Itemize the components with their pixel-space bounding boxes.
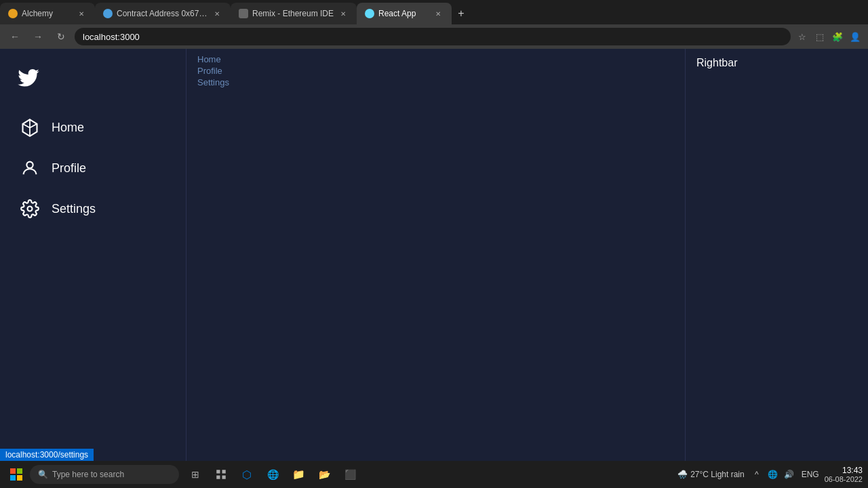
chevron-up-icon[interactable]: ^	[750, 468, 764, 481]
favicon-contract	[103, 9, 113, 18]
clock-time: 13:43	[825, 466, 863, 475]
svg-rect-9	[216, 476, 220, 479]
svg-rect-10	[222, 476, 226, 479]
taskbar-folder[interactable]: 📁	[288, 464, 309, 485]
sidebar-logo	[0, 60, 186, 108]
sidebar-item-home-label: Home	[52, 121, 84, 135]
tab-label-remix: Remix - Ethereum IDE	[252, 9, 334, 18]
tab-label-alchemy: Alchemy	[22, 9, 72, 18]
clock-date: 06-08-2022	[825, 475, 863, 483]
tab-bar: Alchemy ✕ Contract Address 0x670830A31..…	[0, 0, 868, 24]
network-icon[interactable]: 🌐	[766, 468, 780, 481]
address-bar: ← → ↻ localhost:3000 ☆ ⬚ 🧩 👤	[0, 24, 868, 49]
person-icon	[19, 157, 41, 179]
svg-point-1	[26, 162, 33, 168]
svg-rect-6	[17, 475, 22, 481]
tab-close-alchemy[interactable]: ✕	[76, 9, 87, 19]
status-bar: localhost:3000/settings	[0, 449, 94, 461]
svg-rect-7	[216, 470, 220, 473]
reload-button[interactable]: ↻	[52, 27, 71, 46]
sidebar-item-profile[interactable]: Profile	[8, 149, 178, 187]
status-url: localhost:3000/settings	[5, 450, 88, 460]
favicon-remix	[239, 9, 248, 18]
svg-point-2	[28, 207, 33, 211]
top-nav-settings[interactable]: Settings	[197, 77, 229, 87]
sidebar-item-profile-label: Profile	[52, 161, 86, 176]
language-indicator: ENG	[802, 470, 819, 479]
weather-text: 27°C Light rain	[690, 470, 745, 479]
search-icon: 🔍	[38, 470, 48, 479]
taskbar-search[interactable]: 🔍 Type here to search	[30, 465, 179, 484]
twitter-icon	[16, 65, 41, 95]
bookmark-icon[interactable]: ☆	[795, 29, 810, 44]
taskbar-vscode[interactable]: ⬡	[236, 464, 258, 485]
tab-contract[interactable]: Contract Address 0x670830A31... ✕	[95, 3, 231, 24]
favicon-alchemy	[8, 9, 18, 18]
rightbar-title: Rightbar	[696, 57, 737, 68]
taskbar-weather[interactable]: 🌧️ 27°C Light rain	[677, 470, 745, 479]
tab-react[interactable]: React App ✕	[357, 3, 452, 24]
tab-label-contract: Contract Address 0x670830A31...	[117, 9, 208, 18]
tab-label-react: React App	[378, 9, 429, 18]
tab-close-react[interactable]: ✕	[433, 9, 443, 19]
tab-remix[interactable]: Remix - Ethereum IDE ✕	[231, 3, 357, 24]
profile-icon[interactable]: 👤	[848, 29, 863, 44]
search-placeholder: Type here to search	[52, 470, 124, 479]
rightbar: Rightbar	[685, 49, 868, 461]
sidebar-item-settings[interactable]: Settings	[8, 190, 178, 228]
app-container: Home Profile	[0, 49, 868, 461]
volume-icon[interactable]: 🔊	[783, 468, 796, 481]
taskbar-chrome[interactable]: 🌐	[262, 464, 283, 485]
back-button[interactable]: ←	[5, 27, 24, 46]
sidebar: Home Profile	[0, 49, 186, 461]
taskbar: 🔍 Type here to search ⊞ ⬡ 🌐 📁 📂 ⬛ 🌧️ 27°…	[0, 461, 868, 488]
taskview-icon[interactable]: ⊞	[184, 464, 206, 485]
svg-rect-5	[10, 475, 16, 481]
url-field[interactable]: localhost:3000	[75, 28, 791, 45]
url-text: localhost:3000	[83, 32, 140, 42]
gear-icon	[19, 198, 41, 220]
tab-alchemy[interactable]: Alchemy ✕	[0, 3, 95, 24]
taskbar-sys-icons: ^ 🌐 🔊	[750, 468, 796, 481]
svg-rect-3	[10, 468, 16, 474]
svg-rect-8	[222, 470, 226, 473]
taskbar-terminal[interactable]: ⬛	[339, 464, 361, 485]
favicon-react	[365, 9, 374, 18]
new-tab-button[interactable]: +	[452, 4, 471, 23]
main-content: Home Profile Settings	[186, 49, 685, 461]
top-nav-profile[interactable]: Profile	[197, 66, 229, 76]
taskbar-files[interactable]: 📂	[313, 464, 335, 485]
tab-close-remix[interactable]: ✕	[338, 9, 349, 19]
browser-chrome: Alchemy ✕ Contract Address 0x670830A31..…	[0, 0, 868, 49]
start-button[interactable]	[5, 464, 27, 485]
address-icons: ☆ ⬚ 🧩 👤	[795, 29, 863, 44]
taskbar-clock[interactable]: 13:43 06-08-2022	[825, 466, 863, 483]
top-nav: Home Profile Settings	[186, 49, 240, 93]
sidebar-item-home[interactable]: Home	[8, 108, 178, 146]
extensions-icon[interactable]: 🧩	[830, 29, 845, 44]
taskbar-right: 🌧️ 27°C Light rain ^ 🌐 🔊 ENG 13:43 06-08…	[677, 466, 863, 483]
svg-rect-4	[17, 468, 22, 474]
screenshot-icon[interactable]: ⬚	[812, 29, 827, 44]
forward-button[interactable]: →	[28, 27, 47, 46]
sidebar-nav: Home Profile	[0, 108, 186, 228]
tab-close-contract[interactable]: ✕	[212, 9, 222, 19]
taskbar-icon-1[interactable]	[210, 464, 232, 485]
home-icon	[19, 117, 41, 138]
sidebar-item-settings-label: Settings	[52, 202, 96, 216]
top-nav-home[interactable]: Home	[197, 54, 229, 64]
taskbar-app-icons: ⊞ ⬡ 🌐 📁 📂 ⬛	[184, 464, 361, 485]
